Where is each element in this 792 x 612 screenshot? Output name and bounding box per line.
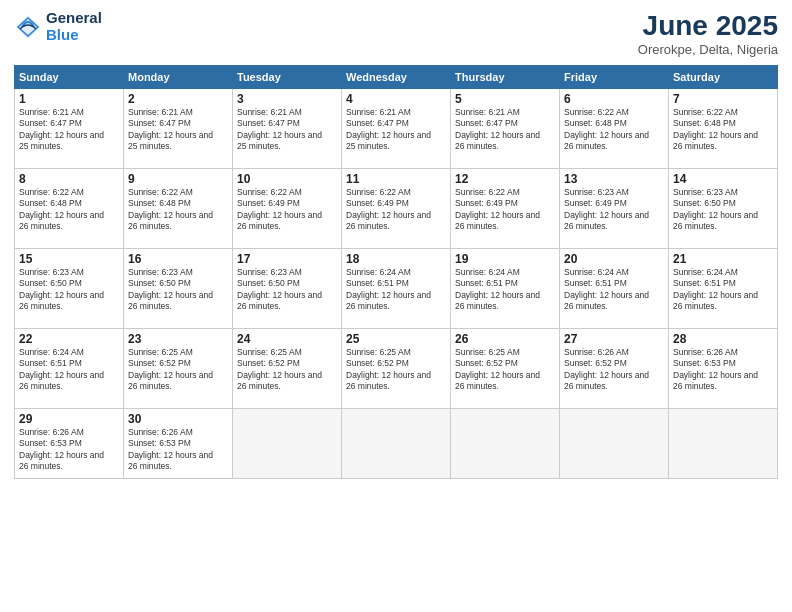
day-detail: Sunrise: 6:26 AM Sunset: 6:53 PM Dayligh… bbox=[19, 427, 119, 473]
day-detail: Sunrise: 6:22 AM Sunset: 6:49 PM Dayligh… bbox=[455, 187, 555, 233]
calendar-cell: 28 Sunrise: 6:26 AM Sunset: 6:53 PM Dayl… bbox=[669, 329, 778, 409]
calendar-cell: 17 Sunrise: 6:23 AM Sunset: 6:50 PM Dayl… bbox=[233, 249, 342, 329]
calendar-cell: 2 Sunrise: 6:21 AM Sunset: 6:47 PM Dayli… bbox=[124, 89, 233, 169]
day-number: 5 bbox=[455, 92, 555, 106]
day-number: 26 bbox=[455, 332, 555, 346]
day-number: 3 bbox=[237, 92, 337, 106]
day-number: 13 bbox=[564, 172, 664, 186]
day-detail: Sunrise: 6:25 AM Sunset: 6:52 PM Dayligh… bbox=[455, 347, 555, 393]
calendar-cell: 25 Sunrise: 6:25 AM Sunset: 6:52 PM Dayl… bbox=[342, 329, 451, 409]
day-detail: Sunrise: 6:26 AM Sunset: 6:53 PM Dayligh… bbox=[673, 347, 773, 393]
day-number: 24 bbox=[237, 332, 337, 346]
day-number: 2 bbox=[128, 92, 228, 106]
day-number: 25 bbox=[346, 332, 446, 346]
calendar-cell: 4 Sunrise: 6:21 AM Sunset: 6:47 PM Dayli… bbox=[342, 89, 451, 169]
day-number: 12 bbox=[455, 172, 555, 186]
day-number: 8 bbox=[19, 172, 119, 186]
day-detail: Sunrise: 6:22 AM Sunset: 6:48 PM Dayligh… bbox=[128, 187, 228, 233]
day-detail: Sunrise: 6:26 AM Sunset: 6:52 PM Dayligh… bbox=[564, 347, 664, 393]
day-number: 11 bbox=[346, 172, 446, 186]
col-thursday: Thursday bbox=[451, 66, 560, 89]
day-detail: Sunrise: 6:21 AM Sunset: 6:47 PM Dayligh… bbox=[237, 107, 337, 153]
col-friday: Friday bbox=[560, 66, 669, 89]
calendar-cell: 7 Sunrise: 6:22 AM Sunset: 6:48 PM Dayli… bbox=[669, 89, 778, 169]
day-detail: Sunrise: 6:21 AM Sunset: 6:47 PM Dayligh… bbox=[19, 107, 119, 153]
day-detail: Sunrise: 6:23 AM Sunset: 6:50 PM Dayligh… bbox=[237, 267, 337, 313]
day-detail: Sunrise: 6:24 AM Sunset: 6:51 PM Dayligh… bbox=[564, 267, 664, 313]
day-number: 28 bbox=[673, 332, 773, 346]
calendar-cell: 18 Sunrise: 6:24 AM Sunset: 6:51 PM Dayl… bbox=[342, 249, 451, 329]
col-sunday: Sunday bbox=[15, 66, 124, 89]
calendar-cell: 30 Sunrise: 6:26 AM Sunset: 6:53 PM Dayl… bbox=[124, 409, 233, 479]
day-detail: Sunrise: 6:24 AM Sunset: 6:51 PM Dayligh… bbox=[19, 347, 119, 393]
day-number: 30 bbox=[128, 412, 228, 426]
day-number: 20 bbox=[564, 252, 664, 266]
calendar-cell: 26 Sunrise: 6:25 AM Sunset: 6:52 PM Dayl… bbox=[451, 329, 560, 409]
day-detail: Sunrise: 6:24 AM Sunset: 6:51 PM Dayligh… bbox=[455, 267, 555, 313]
calendar-cell: 13 Sunrise: 6:23 AM Sunset: 6:49 PM Dayl… bbox=[560, 169, 669, 249]
title-block: June 2025 Orerokpe, Delta, Nigeria bbox=[638, 10, 778, 57]
day-detail: Sunrise: 6:26 AM Sunset: 6:53 PM Dayligh… bbox=[128, 427, 228, 473]
calendar-cell bbox=[342, 409, 451, 479]
day-detail: Sunrise: 6:23 AM Sunset: 6:49 PM Dayligh… bbox=[564, 187, 664, 233]
calendar-cell: 12 Sunrise: 6:22 AM Sunset: 6:49 PM Dayl… bbox=[451, 169, 560, 249]
day-detail: Sunrise: 6:23 AM Sunset: 6:50 PM Dayligh… bbox=[673, 187, 773, 233]
col-monday: Monday bbox=[124, 66, 233, 89]
calendar-cell: 3 Sunrise: 6:21 AM Sunset: 6:47 PM Dayli… bbox=[233, 89, 342, 169]
day-number: 1 bbox=[19, 92, 119, 106]
day-detail: Sunrise: 6:22 AM Sunset: 6:49 PM Dayligh… bbox=[237, 187, 337, 233]
calendar-cell bbox=[451, 409, 560, 479]
logo-text: General Blue bbox=[46, 10, 102, 43]
day-number: 6 bbox=[564, 92, 664, 106]
calendar-cell: 8 Sunrise: 6:22 AM Sunset: 6:48 PM Dayli… bbox=[15, 169, 124, 249]
day-number: 22 bbox=[19, 332, 119, 346]
calendar-header: Sunday Monday Tuesday Wednesday Thursday… bbox=[15, 66, 778, 89]
calendar-cell: 27 Sunrise: 6:26 AM Sunset: 6:52 PM Dayl… bbox=[560, 329, 669, 409]
day-detail: Sunrise: 6:24 AM Sunset: 6:51 PM Dayligh… bbox=[346, 267, 446, 313]
calendar-cell bbox=[669, 409, 778, 479]
calendar-cell: 9 Sunrise: 6:22 AM Sunset: 6:48 PM Dayli… bbox=[124, 169, 233, 249]
calendar-cell: 29 Sunrise: 6:26 AM Sunset: 6:53 PM Dayl… bbox=[15, 409, 124, 479]
col-wednesday: Wednesday bbox=[342, 66, 451, 89]
day-detail: Sunrise: 6:25 AM Sunset: 6:52 PM Dayligh… bbox=[237, 347, 337, 393]
day-number: 23 bbox=[128, 332, 228, 346]
day-detail: Sunrise: 6:21 AM Sunset: 6:47 PM Dayligh… bbox=[346, 107, 446, 153]
day-detail: Sunrise: 6:24 AM Sunset: 6:51 PM Dayligh… bbox=[673, 267, 773, 313]
day-number: 4 bbox=[346, 92, 446, 106]
day-number: 14 bbox=[673, 172, 773, 186]
calendar-cell: 1 Sunrise: 6:21 AM Sunset: 6:47 PM Dayli… bbox=[15, 89, 124, 169]
day-number: 15 bbox=[19, 252, 119, 266]
col-saturday: Saturday bbox=[669, 66, 778, 89]
calendar-cell: 21 Sunrise: 6:24 AM Sunset: 6:51 PM Dayl… bbox=[669, 249, 778, 329]
day-number: 17 bbox=[237, 252, 337, 266]
day-number: 7 bbox=[673, 92, 773, 106]
day-detail: Sunrise: 6:21 AM Sunset: 6:47 PM Dayligh… bbox=[455, 107, 555, 153]
day-number: 10 bbox=[237, 172, 337, 186]
day-number: 27 bbox=[564, 332, 664, 346]
day-detail: Sunrise: 6:22 AM Sunset: 6:49 PM Dayligh… bbox=[346, 187, 446, 233]
page: General Blue June 2025 Orerokpe, Delta, … bbox=[0, 0, 792, 612]
calendar-cell: 20 Sunrise: 6:24 AM Sunset: 6:51 PM Dayl… bbox=[560, 249, 669, 329]
calendar-cell bbox=[560, 409, 669, 479]
calendar-cell bbox=[233, 409, 342, 479]
calendar-cell: 24 Sunrise: 6:25 AM Sunset: 6:52 PM Dayl… bbox=[233, 329, 342, 409]
calendar-cell: 15 Sunrise: 6:23 AM Sunset: 6:50 PM Dayl… bbox=[15, 249, 124, 329]
logo: General Blue bbox=[14, 10, 102, 43]
col-tuesday: Tuesday bbox=[233, 66, 342, 89]
calendar-cell: 5 Sunrise: 6:21 AM Sunset: 6:47 PM Dayli… bbox=[451, 89, 560, 169]
day-detail: Sunrise: 6:25 AM Sunset: 6:52 PM Dayligh… bbox=[346, 347, 446, 393]
calendar-cell: 10 Sunrise: 6:22 AM Sunset: 6:49 PM Dayl… bbox=[233, 169, 342, 249]
day-detail: Sunrise: 6:23 AM Sunset: 6:50 PM Dayligh… bbox=[19, 267, 119, 313]
day-detail: Sunrise: 6:22 AM Sunset: 6:48 PM Dayligh… bbox=[673, 107, 773, 153]
day-detail: Sunrise: 6:25 AM Sunset: 6:52 PM Dayligh… bbox=[128, 347, 228, 393]
logo-general-text: General bbox=[46, 10, 102, 27]
calendar-cell: 16 Sunrise: 6:23 AM Sunset: 6:50 PM Dayl… bbox=[124, 249, 233, 329]
logo-blue-text: Blue bbox=[46, 27, 102, 44]
day-detail: Sunrise: 6:22 AM Sunset: 6:48 PM Dayligh… bbox=[564, 107, 664, 153]
day-number: 18 bbox=[346, 252, 446, 266]
day-number: 29 bbox=[19, 412, 119, 426]
calendar-body: 1 Sunrise: 6:21 AM Sunset: 6:47 PM Dayli… bbox=[15, 89, 778, 479]
day-detail: Sunrise: 6:21 AM Sunset: 6:47 PM Dayligh… bbox=[128, 107, 228, 153]
day-detail: Sunrise: 6:22 AM Sunset: 6:48 PM Dayligh… bbox=[19, 187, 119, 233]
calendar-cell: 6 Sunrise: 6:22 AM Sunset: 6:48 PM Dayli… bbox=[560, 89, 669, 169]
